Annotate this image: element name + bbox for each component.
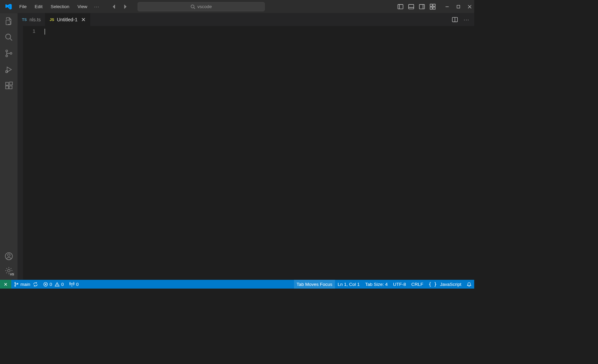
svg-rect-24 — [6, 82, 8, 85]
branch-name: main — [20, 281, 30, 287]
svg-line-17 — [10, 38, 12, 40]
eol-status[interactable]: CRLF — [409, 280, 426, 289]
profile-badge: VS — [9, 272, 15, 276]
braces-icon: { } — [429, 281, 437, 287]
svg-line-1 — [194, 7, 195, 9]
encoding-status[interactable]: UTF-8 — [390, 280, 409, 289]
activity-bar: VS — [0, 13, 18, 280]
menu-selection[interactable]: Selection — [47, 2, 72, 11]
svg-point-16 — [6, 34, 11, 39]
toggle-primary-sidebar-icon[interactable] — [397, 4, 403, 9]
close-tab-icon[interactable] — [81, 18, 86, 22]
tab-moves-focus-status[interactable]: Tab Moves Focus — [294, 280, 335, 289]
tab-untitled-1[interactable]: JS Untitled-1 — [45, 13, 90, 26]
nav-back-icon[interactable] — [111, 4, 117, 9]
svg-point-30 — [7, 269, 10, 272]
menu-more-icon[interactable]: ··· — [92, 3, 101, 11]
problems-status[interactable]: 0 0 — [41, 280, 67, 289]
language-label: JavaScript — [440, 281, 461, 287]
error-icon — [43, 282, 48, 287]
menu-edit[interactable]: Edit — [31, 2, 46, 11]
svg-point-19 — [6, 55, 7, 57]
toggle-panel-icon[interactable] — [408, 4, 414, 9]
cursor-position-status[interactable]: Ln 1, Col 1 — [335, 280, 362, 289]
svg-rect-10 — [430, 7, 432, 9]
vscode-logo-icon — [5, 3, 12, 10]
svg-rect-8 — [430, 4, 432, 6]
language-mode-status[interactable]: { } JavaScript — [426, 280, 464, 289]
window-close-icon[interactable] — [468, 5, 472, 8]
svg-point-29 — [7, 254, 10, 256]
status-bar: main 0 0 0 Tab Moves Focus Ln 1, Col 1 T… — [0, 280, 474, 289]
search-placeholder: vscode — [198, 4, 212, 9]
ports-status[interactable]: 0 — [67, 280, 82, 289]
editor-content[interactable] — [42, 26, 474, 280]
sync-icon — [33, 282, 38, 287]
run-debug-icon[interactable] — [4, 65, 13, 74]
window-maximize-icon[interactable] — [457, 5, 460, 8]
svg-point-35 — [15, 282, 16, 283]
tab-size-status[interactable]: Tab Size: 4 — [363, 280, 391, 289]
bell-icon — [467, 282, 472, 287]
customize-layout-icon[interactable] — [430, 4, 435, 9]
tab-label: Untitled-1 — [57, 17, 77, 23]
menu-file[interactable]: File — [16, 2, 30, 11]
line-number-gutter: 1 — [23, 26, 42, 280]
warning-count: 0 — [61, 281, 64, 287]
titlebar: File Edit Selection View ··· vscode — [0, 0, 474, 13]
extensions-icon[interactable] — [4, 81, 13, 90]
remote-icon — [3, 282, 8, 287]
source-control-icon[interactable] — [4, 49, 13, 58]
branch-icon — [14, 282, 19, 287]
text-cursor — [45, 29, 45, 35]
menu-view[interactable]: View — [74, 2, 90, 11]
svg-rect-11 — [433, 7, 435, 9]
radio-tower-icon — [69, 281, 74, 287]
svg-rect-25 — [6, 86, 8, 89]
window-minimize-icon[interactable] — [445, 5, 449, 8]
notifications-status[interactable] — [464, 280, 474, 289]
more-actions-icon[interactable]: ··· — [464, 17, 469, 23]
svg-point-0 — [191, 5, 194, 8]
svg-rect-2 — [398, 4, 403, 9]
svg-point-20 — [10, 52, 12, 54]
tab-label: nls.ts — [29, 17, 41, 23]
command-center-search[interactable]: vscode — [137, 2, 264, 11]
search-icon — [190, 4, 195, 9]
remote-indicator[interactable] — [0, 280, 11, 289]
error-count: 0 — [50, 281, 52, 287]
warning-icon — [55, 282, 60, 287]
svg-rect-26 — [9, 86, 12, 89]
search-activity-icon[interactable] — [4, 33, 13, 42]
line-number: 1 — [23, 28, 35, 34]
svg-point-18 — [6, 50, 7, 52]
typescript-file-icon: TS — [22, 18, 27, 22]
settings-gear-icon[interactable]: VS — [4, 266, 13, 275]
split-editor-icon[interactable] — [452, 17, 458, 22]
svg-rect-13 — [457, 5, 460, 8]
svg-rect-9 — [433, 4, 435, 6]
toggle-secondary-sidebar-icon[interactable] — [419, 4, 425, 9]
svg-point-36 — [15, 285, 16, 286]
editor-tabs: TS nls.ts JS Untitled-1 ··· — [18, 13, 474, 26]
javascript-file-icon: JS — [50, 18, 54, 22]
svg-point-42 — [57, 285, 57, 286]
svg-rect-27 — [9, 82, 12, 85]
nav-forward-icon[interactable] — [122, 4, 128, 9]
svg-rect-6 — [419, 4, 424, 9]
tab-nls-ts[interactable]: TS nls.ts — [18, 13, 45, 26]
accounts-icon[interactable] — [4, 252, 13, 260]
git-branch-status[interactable]: main — [11, 280, 40, 289]
editor-body[interactable]: 1 — [18, 26, 474, 280]
explorer-icon[interactable] — [4, 17, 13, 25]
svg-rect-4 — [409, 4, 414, 9]
ports-count: 0 — [76, 281, 79, 287]
